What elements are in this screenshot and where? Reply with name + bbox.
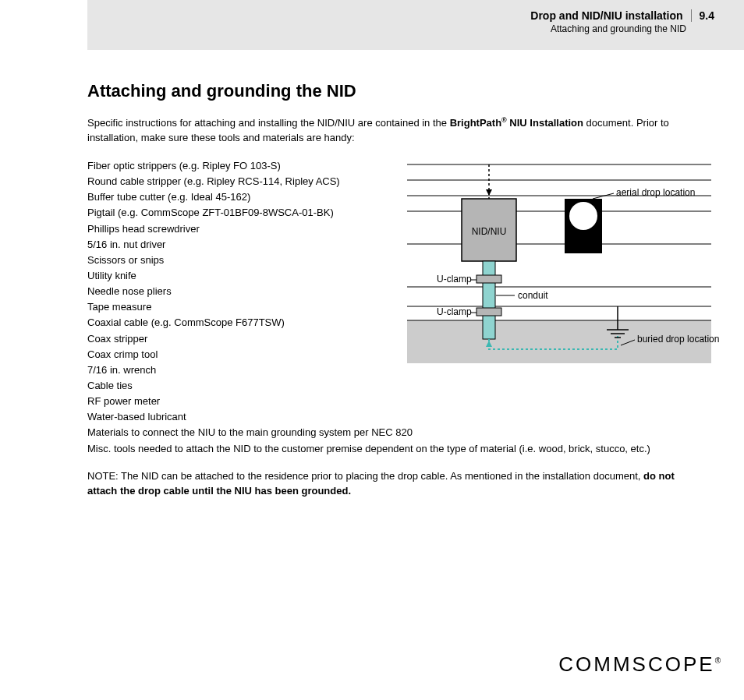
- chapter-title: Drop and NID/NIU installation: [530, 9, 682, 22]
- registered-mark: ®: [715, 656, 721, 665]
- svg-point-22: [569, 202, 597, 230]
- svg-text:U-clamp: U-clamp: [437, 306, 472, 317]
- note-paragraph: NOTE: The NID can be attached to the res…: [87, 469, 703, 499]
- svg-marker-12: [486, 189, 492, 196]
- list-item: Tape measure: [87, 299, 399, 315]
- intro-bold-label: BrightPath: [450, 117, 501, 129]
- list-item: Utility knife: [87, 268, 399, 284]
- list-item: Misc. tools needed to attach the NID to …: [87, 441, 696, 457]
- list-item: Materials to connect the NIU to the main…: [87, 425, 696, 440]
- list-item: Cable ties: [87, 378, 399, 394]
- svg-text:NID/NIU: NID/NIU: [472, 226, 507, 237]
- nid-installation-diagram: NID/NIU: [399, 150, 727, 369]
- list-item: Fiber optic strippers (e.g. Ripley FO 10…: [87, 158, 399, 174]
- svg-text:aerial drop location: aerial drop location: [616, 187, 695, 198]
- list-item: Pigtail (e.g. CommScope ZFT-01BF09-8WSCA…: [87, 205, 399, 221]
- section-number: 9.4: [691, 9, 714, 22]
- registered-mark: ®: [501, 116, 507, 124]
- svg-text:U-clamp: U-clamp: [437, 274, 472, 285]
- list-item: Round cable stripper (e.g. Ripley RCS-11…: [87, 174, 399, 189]
- list-item: Coax crimp tool: [87, 347, 399, 362]
- list-item: Coaxial cable (e.g. CommScope F677TSW): [87, 315, 399, 331]
- svg-rect-13: [483, 261, 495, 339]
- page-heading: Attaching and grounding the NID: [87, 81, 721, 101]
- list-item: RF power meter: [87, 394, 399, 409]
- svg-text:conduit: conduit: [518, 290, 548, 301]
- page-content: Attaching and grounding the NID Specific…: [87, 50, 721, 498]
- svg-text:buried drop location: buried drop location: [637, 334, 719, 345]
- list-item: Water-based lubricant: [87, 409, 399, 425]
- svg-rect-15: [477, 308, 501, 316]
- list-item: Scissors or snips: [87, 253, 399, 268]
- intro-bold-suffix: NIU Installation: [507, 117, 583, 129]
- intro-text-before: Specific instructions for attaching and …: [87, 117, 450, 129]
- section-title: Attaching and grounding the NID: [530, 23, 721, 34]
- commscope-logo: COMMSCOPE®: [558, 652, 721, 677]
- list-item: 7/16 in. wrench: [87, 362, 399, 378]
- logo-text: COMMSCOPE: [558, 652, 714, 676]
- tool-list: Fiber optic strippers (e.g. Ripley FO 10…: [87, 158, 399, 457]
- page-header: Drop and NID/NIU installation9.4 Attachi…: [87, 0, 744, 50]
- list-item: Needle nose pliers: [87, 284, 399, 299]
- list-item: Coax stripper: [87, 331, 399, 347]
- list-item: Buffer tube cutter (e.g. Ideal 45-162): [87, 189, 399, 205]
- svg-rect-14: [477, 275, 501, 283]
- list-item: 5/16 in. nut driver: [87, 237, 399, 253]
- list-item: Phillips head screwdriver: [87, 221, 399, 237]
- note-prefix: NOTE: The NID can be attached to the res…: [87, 470, 643, 482]
- intro-paragraph: Specific instructions for attaching and …: [87, 115, 721, 146]
